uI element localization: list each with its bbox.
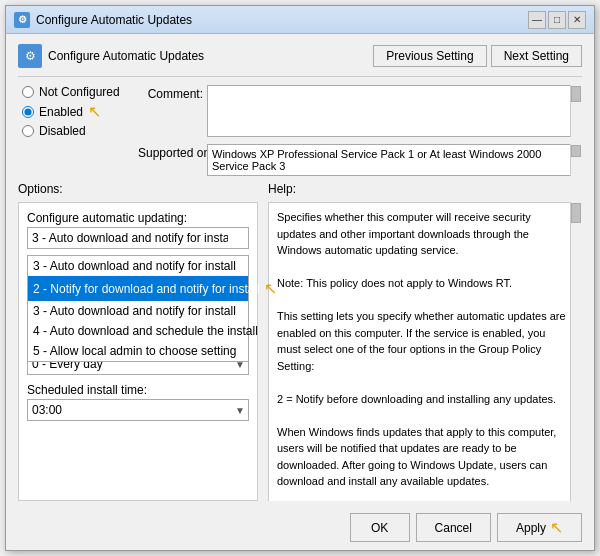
radio-enabled[interactable]: Enabled ↖ [22, 102, 128, 121]
radio-disabled-input[interactable] [22, 125, 34, 137]
comment-textarea[interactable] [207, 85, 582, 137]
supported-value: Windows XP Professional Service Pack 1 o… [207, 144, 582, 176]
ddo-item-3-auto-top[interactable]: 3 - Auto download and notify for install [28, 256, 248, 276]
panels-header-row: Options: Help: [18, 182, 582, 196]
radio-enabled-label: Enabled [39, 105, 83, 119]
main-window: ⚙ Configure Automatic Updates — □ ✕ ⚙ Co… [5, 5, 595, 551]
ddo-item-2-notify-text: 2 - Notify for download and notify for i… [33, 282, 260, 296]
header-title: ⚙ Configure Automatic Updates [18, 44, 204, 68]
close-button[interactable]: ✕ [568, 11, 586, 29]
help-scrollbar-thumb[interactable] [571, 203, 581, 223]
radio-disabled-label: Disabled [39, 124, 86, 138]
ddo-item-4-schedule[interactable]: 4 - Auto download and schedule the insta… [28, 321, 248, 341]
bottom-buttons: OK Cancel Apply ↖ [18, 507, 582, 542]
help-label: Help: [268, 182, 296, 196]
supported-scrollbar-thumb[interactable] [571, 145, 581, 157]
right-panel: Specifies whether this computer will rec… [268, 202, 582, 501]
configure-auto-updating-dropdown-wrapper: 3 - Auto download and notify for install… [27, 227, 249, 249]
radio-enabled-input[interactable] [22, 106, 34, 118]
radio-not-configured-input[interactable] [22, 86, 34, 98]
maximize-button[interactable]: □ [548, 11, 566, 29]
scheduled-install-time-wrapper: 03:00 ▼ [27, 399, 249, 421]
help-text: Specifies whether this computer will rec… [268, 202, 582, 501]
configure-auto-updating-section: Configure automatic updating: 3 - Auto d… [27, 211, 249, 249]
cursor-icon: ↖ [88, 102, 101, 121]
configure-auto-updating-dropdown-open: 3 - Auto download and notify for install… [27, 255, 249, 362]
configure-auto-updating-label: Configure automatic updating: [27, 211, 249, 225]
help-content: Specifies whether this computer will rec… [277, 211, 569, 501]
configure-auto-updating-select[interactable]: 3 - Auto download and notify for install… [27, 227, 249, 249]
supported-label: Supported on: [138, 144, 203, 160]
options-header: Options: [18, 182, 258, 196]
options-box: Configure automatic updating: 3 - Auto d… [18, 202, 258, 501]
comment-scrollbar[interactable] [570, 85, 582, 137]
supported-scrollbar[interactable] [570, 144, 582, 176]
content-area: ⚙ Configure Automatic Updates Previous S… [6, 34, 594, 550]
apply-cursor-icon: ↖ [550, 518, 563, 537]
title-bar-text: Configure Automatic Updates [36, 13, 528, 27]
comment-label: Comment: [138, 85, 203, 101]
next-setting-button[interactable]: Next Setting [491, 45, 582, 67]
header-icon: ⚙ [18, 44, 42, 68]
left-panel: Configure automatic updating: 3 - Auto d… [18, 202, 258, 501]
header-label: Configure Automatic Updates [48, 49, 204, 63]
window-icon: ⚙ [14, 12, 30, 28]
cancel-button[interactable]: Cancel [416, 513, 491, 542]
scheduled-install-time-label: Scheduled install time: [27, 383, 249, 397]
options-label: Options: [18, 182, 63, 196]
comment-scrollbar-thumb[interactable] [571, 86, 581, 102]
nav-buttons: Previous Setting Next Setting [373, 45, 582, 67]
title-bar: ⚙ Configure Automatic Updates — □ ✕ [6, 6, 594, 34]
help-container: Specifies whether this computer will rec… [268, 202, 582, 501]
title-bar-controls: — □ ✕ [528, 11, 586, 29]
apply-label: Apply [516, 521, 546, 535]
apply-button[interactable]: Apply ↖ [497, 513, 582, 542]
cursor-icon-dropdown: ↖ [264, 279, 277, 298]
scheduled-install-time-select[interactable]: 03:00 [27, 399, 249, 421]
help-header: Help: [268, 182, 582, 196]
scheduled-install-time-section: Scheduled install time: 03:00 ▼ [27, 383, 249, 421]
ddo-item-3-auto-bot[interactable]: 3 - Auto download and notify for install [28, 301, 248, 321]
header-separator [18, 76, 582, 77]
ddo-item-2-notify[interactable]: 2 - Notify for download and notify for i… [28, 276, 248, 301]
radio-not-configured-label: Not Configured [39, 85, 120, 99]
main-panels: Configure automatic updating: 3 - Auto d… [18, 202, 582, 501]
radio-not-configured[interactable]: Not Configured [22, 85, 128, 99]
radio-disabled[interactable]: Disabled [22, 124, 128, 138]
ddo-item-5-admin[interactable]: 5 - Allow local admin to choose setting [28, 341, 248, 361]
help-scrollbar[interactable] [570, 202, 582, 501]
prev-setting-button[interactable]: Previous Setting [373, 45, 486, 67]
ok-button[interactable]: OK [350, 513, 410, 542]
radio-section: Not Configured Enabled ↖ Disabled [18, 85, 128, 138]
minimize-button[interactable]: — [528, 11, 546, 29]
header-row: ⚙ Configure Automatic Updates Previous S… [18, 44, 582, 68]
